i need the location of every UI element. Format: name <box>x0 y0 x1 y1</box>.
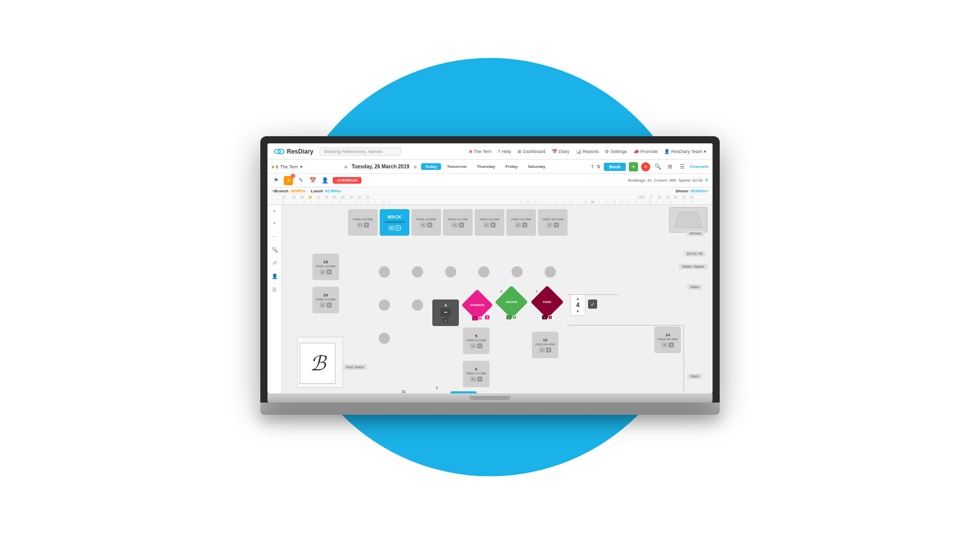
dot-9[interactable] <box>379 333 390 344</box>
nav-user[interactable]: 👤 ResDiary Team ▾ <box>664 149 706 154</box>
tab-today[interactable]: Today <box>421 163 441 170</box>
nav-settings[interactable]: ⚙ Settings <box>605 149 627 154</box>
table-menu-btn3[interactable]: ≡ <box>452 222 458 228</box>
dot-5[interactable] <box>511 266 523 278</box>
table-menu-btn4[interactable]: ≡ <box>483 222 489 228</box>
epos-label: EPOS Till <box>684 251 705 257</box>
mack-menu-btn[interactable]: ≡ <box>388 226 395 231</box>
table-menu-btn2[interactable]: ≡ <box>420 222 426 228</box>
seat-up-btn[interactable]: ▲ <box>576 296 580 301</box>
t14-menu-btn[interactable]: ≡ <box>662 342 668 347</box>
list-icon[interactable]: ☰ <box>678 162 687 171</box>
t6-menu-btn[interactable]: ≡ <box>470 377 476 382</box>
t20-menu-btn[interactable]: ≡ <box>320 303 326 308</box>
t12-seat-count: 4 <box>546 347 551 353</box>
table-free10h[interactable]: FREE 10H:00M ≡ 8 <box>538 209 568 236</box>
kitchen-label: Kitchen <box>687 231 704 236</box>
host-stand-label: Host Stand <box>343 364 367 370</box>
dot-6[interactable] <box>545 266 556 278</box>
table-free4h[interactable]: FREE 4H:00M ≡ 8 <box>411 209 441 236</box>
dot-3[interactable] <box>445 266 456 278</box>
overrun-button[interactable]: OVERRUN <box>333 177 361 184</box>
session-row: « Brunch 36/55Pax Lunch 0/17BPax Dinner … <box>267 187 713 195</box>
person-floor-icon[interactable]: 👤 <box>271 272 279 280</box>
person-icon[interactable]: 👤 <box>321 176 330 185</box>
nav-promote[interactable]: 📣 Promote <box>633 149 658 154</box>
table-menu-btn[interactable]: ≡ <box>357 222 363 228</box>
edit-icon[interactable]: ✎ <box>296 176 305 185</box>
nav-diary[interactable]: 📅 Diary <box>552 149 570 154</box>
dot-2[interactable] <box>412 266 423 278</box>
venue-selector[interactable]: ■ ℹ The Tern ▾ <box>272 164 303 169</box>
dot-1[interactable] <box>379 266 390 278</box>
seat-down-btn[interactable]: ▼ <box>576 309 580 314</box>
table-4[interactable]: 4 − ≡ <box>432 299 459 326</box>
t20-seat-count: 6 <box>327 303 332 308</box>
next-date-btn[interactable]: » <box>413 163 417 170</box>
tab-tomorrow[interactable]: Tomorrow <box>443 163 471 170</box>
font-icon: T <box>591 164 594 169</box>
t12-menu-btn[interactable]: ≡ <box>539 347 545 353</box>
flag-icon[interactable]: ⚑ <box>272 176 281 185</box>
host-stand-logo: ℬ <box>300 343 335 384</box>
dot-7[interactable] <box>379 299 390 311</box>
table-overrun[interactable]: OVERRUN 3 ≡ 3 <box>463 291 492 319</box>
bookings-info: Bookings: 91 Covers: 466 Spend: £0.00 ⇅ <box>628 178 708 183</box>
table-20[interactable]: 20 FREE 1H:30M ≡ 6 <box>312 287 339 313</box>
badge-icon[interactable]: 3 <box>284 176 293 185</box>
table-12[interactable]: 12 FREE 8H:45M ≡ 4 <box>532 332 558 358</box>
table-akhtar[interactable]: 2 AKHTAR ≡ 4 <box>496 287 527 317</box>
app: ResDiary Booking References, Names The T… <box>267 143 713 393</box>
table-7-booking[interactable]: BOOK <box>450 391 477 393</box>
overrun-icons: ≡ 3 <box>472 316 482 320</box>
table-14[interactable]: 14 FREE 8H:45M ≡ 4 <box>654 327 681 353</box>
tab-saturday[interactable]: Saturday <box>524 163 549 170</box>
nav-dashboard[interactable]: ⊞ Dashboard <box>518 149 546 154</box>
t5-menu-btn[interactable]: ≡ <box>470 343 476 348</box>
table-menu-btn6[interactable]: ≡ <box>547 222 553 228</box>
table-7-num: 7 <box>436 386 438 390</box>
add-button[interactable]: + <box>629 162 638 171</box>
table-6[interactable]: 6 FREE 1H:15M ≡ 4 <box>463 361 489 387</box>
grid-icon[interactable]: ⊞ <box>666 162 675 171</box>
channels-btn[interactable]: Channels <box>690 164 708 169</box>
t4-menu-btn[interactable]: ≡ <box>443 318 449 323</box>
table-free2h15-b[interactable]: FREE 2H:15M ≡ 8 <box>475 209 504 236</box>
confirm-btn[interactable]: ✓ <box>588 299 597 309</box>
search-icon[interactable]: 🔍 <box>653 162 663 171</box>
t19-menu-btn[interactable]: ≡ <box>320 269 326 274</box>
t19-seat-count: 6 <box>327 269 332 274</box>
table-free2h15-a[interactable]: FREE 2H:15M ≡ 8 <box>443 209 473 236</box>
nav-reports[interactable]: 📊 Reports <box>576 149 599 154</box>
collapse-btn[interactable]: « <box>273 208 276 214</box>
calendar-icon[interactable]: 📅 <box>308 176 317 185</box>
table-free2h45[interactable]: FREE 2H:45M ≡ 8 <box>506 209 536 236</box>
laptop-screen: ResDiary Booking References, Names The T… <box>267 143 713 393</box>
nav-the-tern[interactable]: The Tern <box>469 149 492 154</box>
table-5[interactable]: 5 FREE 1H:00M ≡ 4 <box>463 328 489 354</box>
menu-icon[interactable]: ☰ <box>271 285 279 293</box>
prev-date-btn[interactable]: « <box>344 163 348 170</box>
table-free1h45m[interactable]: FREE 1H:45M ≡ 8 <box>348 209 378 236</box>
cancel-button[interactable]: × <box>641 162 650 171</box>
tab-friday[interactable]: Friday <box>501 163 522 170</box>
book-button[interactable]: Book <box>604 163 626 171</box>
table-19[interactable]: 19 FREE 1H:00M ≡ 6 <box>312 254 339 280</box>
table-menu-btn5[interactable]: ≡ <box>515 222 521 228</box>
refresh-icon[interactable]: ↺ <box>271 259 279 267</box>
table-21-num: 21 <box>402 390 406 393</box>
nav-help[interactable]: ? Help <box>498 149 511 154</box>
t4-minus-btn[interactable]: − <box>440 308 451 316</box>
zoom-in-icon[interactable]: + <box>271 219 279 227</box>
dot-8[interactable] <box>412 299 423 311</box>
brunch-count: 36/55Pax <box>290 189 306 193</box>
table-mack[interactable]: MACK ≡ 8 <box>380 209 409 236</box>
dot-4[interactable] <box>478 266 489 278</box>
tab-thursday[interactable]: Thursday <box>473 163 499 170</box>
table-park[interactable]: 1 PARK ≡ 4 <box>532 287 562 317</box>
search-bar[interactable]: Booking References, Names <box>320 147 401 156</box>
zoom-out-icon[interactable]: − <box>271 232 279 240</box>
search-floor-icon[interactable]: 🔍 <box>271 245 279 254</box>
seat-spinner[interactable]: ▲ 4 ▼ <box>570 294 585 316</box>
tl-next[interactable]: » <box>706 188 708 193</box>
